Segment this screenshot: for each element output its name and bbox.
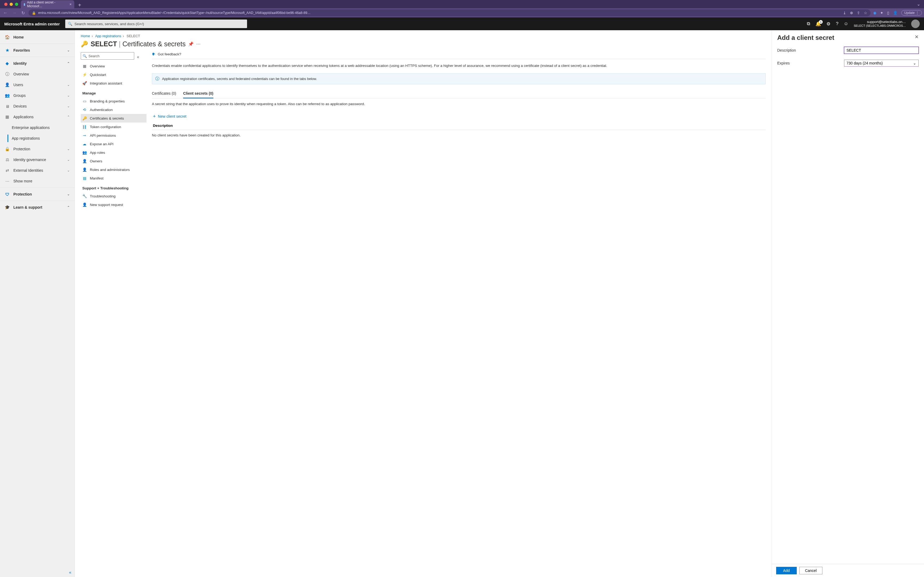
sidebar-show-more[interactable]: ⋯Show more — [0, 176, 75, 187]
support-icon: 👤 — [82, 203, 87, 207]
secnav-branding[interactable]: ▭Branding & properties — [81, 97, 146, 105]
secnav-trouble[interactable]: 🔧Troubleshooting — [81, 192, 146, 200]
info-icon: ⓘ — [5, 72, 10, 76]
sidebar-devices[interactable]: 🖥Devices⌄ — [0, 101, 75, 111]
sidebar-applications[interactable]: ▦Applications⌃ — [0, 111, 75, 122]
sidebar-home[interactable]: 🏠Home — [0, 32, 75, 42]
profile-avatar-icon[interactable]: 👤 — [893, 11, 898, 15]
tab-client-secrets[interactable]: Client secrets (0) — [183, 89, 213, 98]
secnav-quickstart[interactable]: ⚡Quickstart — [81, 70, 146, 79]
close-flyout-button[interactable]: ✕ — [914, 34, 919, 40]
help-icon[interactable]: ? — [836, 21, 838, 26]
address-bar[interactable]: 🔒 entra.microsoft.com/#view/Microsoft_AA… — [29, 10, 871, 16]
secnav-overview[interactable]: ▦Overview — [81, 62, 146, 70]
description-label: Description — [777, 48, 844, 52]
share-icon[interactable]: ⇧ — [857, 11, 860, 15]
sidebar-favorites[interactable]: ★Favorites⌄ — [0, 45, 75, 56]
sidebar-identity-overview[interactable]: ⓘOverview — [0, 69, 75, 79]
quickstart-icon: ⚡ — [82, 73, 87, 77]
cloud-shell-icon[interactable]: ⧉ — [807, 21, 810, 26]
secnav-manifest[interactable]: ▤Manifest — [81, 174, 146, 182]
forward-button: → — [11, 10, 18, 16]
sidebar-protection-sub[interactable]: 🔒Protection⌄ — [0, 143, 75, 154]
sidebar-governance[interactable]: ⚖Identity governance⌄ — [0, 154, 75, 165]
api-perm-icon: ⊸ — [82, 133, 87, 137]
account-avatar[interactable] — [911, 19, 920, 28]
settings-gear-icon[interactable]: ⚙ — [826, 21, 831, 27]
token-icon: ‖‖ — [82, 125, 87, 129]
breadcrumb-appreg[interactable]: App registrations — [95, 34, 121, 38]
chevron-down-icon: ⌄ — [67, 169, 70, 172]
window-max[interactable] — [15, 3, 18, 6]
window-close[interactable] — [4, 3, 8, 6]
secnav-integration[interactable]: 🚀Integration assistant — [81, 79, 146, 87]
chevron-down-icon: ⌄ — [67, 158, 70, 161]
secnav-new-request[interactable]: 👤New support request — [81, 200, 146, 209]
secnav-api-perm[interactable]: ⊸API permissions — [81, 131, 146, 140]
side-panel-icon[interactable]: ▯ — [887, 11, 889, 15]
secnav-expose[interactable]: ☁Expose an API — [81, 140, 146, 148]
add-secret-flyout: Add a client secret ✕ Description Expire… — [771, 30, 924, 577]
install-app-icon[interactable]: ⤓ — [843, 11, 846, 15]
close-icon[interactable]: × — [69, 2, 72, 6]
sidebar-learn[interactable]: 🎓Learn & support⌃ — [0, 202, 75, 213]
account-info[interactable]: support@selectlabs.on… SELECT (SELECTLAB… — [854, 20, 906, 28]
secondary-nav: 🔍Search « ▦Overview ⚡Quickstart 🚀Integra… — [81, 52, 146, 209]
sidebar-enterprise-apps[interactable]: Enterprise applications — [0, 122, 75, 133]
sidebar-app-registrations[interactable]: App registrations — [0, 133, 75, 143]
tab-certificates[interactable]: Certificates (0) — [152, 89, 176, 98]
description-input[interactable] — [844, 47, 919, 54]
governance-icon: ⚖ — [5, 157, 10, 162]
secnav-certs[interactable]: 🔑Certificates & secrets — [81, 114, 146, 122]
secnav-roles-admin[interactable]: 👤Roles and administrators — [81, 165, 146, 174]
account-email: support@selectlabs.on… — [854, 20, 906, 24]
tab-list-caret-icon[interactable]: ⌄ — [913, 2, 924, 7]
feedback-link[interactable]: 🗣Got feedback? — [152, 52, 766, 59]
sidebar-external[interactable]: ⇄External Identities⌄ — [0, 165, 75, 176]
browser-tab[interactable]: ▮ Add a client secret - Microsof… × — [21, 0, 74, 8]
breadcrumb-home[interactable]: Home — [81, 34, 90, 38]
owner-icon: 👤 — [82, 159, 87, 163]
more-dots-icon[interactable]: ⋯ — [196, 42, 201, 47]
sidebar-protection[interactable]: 🛡Protection⌄ — [0, 189, 75, 200]
notifications-icon[interactable]: 🔔1 — [815, 21, 821, 27]
collapse-sidebar-icon[interactable]: « — [69, 570, 71, 575]
pin-icon[interactable]: 📌 — [188, 42, 194, 47]
expires-select[interactable]: 730 days (24 months) ⌄ — [844, 60, 919, 67]
new-tab-button[interactable]: + — [74, 2, 85, 8]
dots-icon: ⋯ — [5, 179, 10, 184]
feedback-icon[interactable]: ☺ — [844, 21, 848, 26]
secnav-auth[interactable]: ⟲Authentication — [81, 105, 146, 114]
feedback-person-icon: 🗣 — [152, 52, 156, 56]
add-button[interactable]: Add — [776, 567, 797, 574]
zoom-icon[interactable]: ⊕ — [850, 11, 853, 15]
sidebar-identity[interactable]: ◆Identity⌃ — [0, 58, 75, 69]
extension-icon[interactable]: ◉ — [873, 11, 876, 15]
new-client-secret-button[interactable]: +New client secret — [152, 111, 766, 121]
cancel-button[interactable]: Cancel — [799, 567, 823, 574]
secnav-token[interactable]: ‖‖Token configuration — [81, 122, 146, 131]
update-button[interactable]: Update ⋮ — [901, 10, 922, 16]
wrench-icon: 🔧 — [82, 194, 87, 198]
notification-badge: 1 — [819, 20, 823, 24]
secondary-search[interactable]: 🔍Search — [81, 52, 134, 60]
collapse-secnav-icon[interactable]: « — [137, 55, 139, 60]
secnav-owners[interactable]: 👤Owners — [81, 157, 146, 165]
bookmark-icon[interactable]: ☆ — [864, 11, 867, 15]
global-search[interactable]: 🔍 Search resources, services, and docs (… — [65, 19, 247, 28]
sidebar-groups[interactable]: 👥Groups⌄ — [0, 90, 75, 101]
chevron-down-icon: ⌄ — [67, 48, 70, 52]
plus-icon: + — [153, 114, 156, 119]
info-icon: ⓘ — [155, 76, 159, 81]
tab-title: Add a client secret - Microsof… — [27, 0, 68, 8]
key-icon: 🔑 — [81, 41, 88, 48]
extensions-puzzle-icon[interactable]: ✦ — [880, 11, 883, 15]
sidebar-users[interactable]: 👤Users⌄ — [0, 79, 75, 90]
secnav-support-header: Support + Troubleshooting — [81, 182, 146, 192]
window-min[interactable] — [10, 3, 13, 6]
chevron-up-icon: ⌃ — [67, 205, 70, 209]
reload-button[interactable]: ↻ — [20, 10, 26, 16]
secnav-approles[interactable]: 👥App roles — [81, 148, 146, 157]
back-button[interactable]: ← — [2, 10, 8, 16]
secrets-description: A secret string that the application use… — [152, 102, 766, 107]
